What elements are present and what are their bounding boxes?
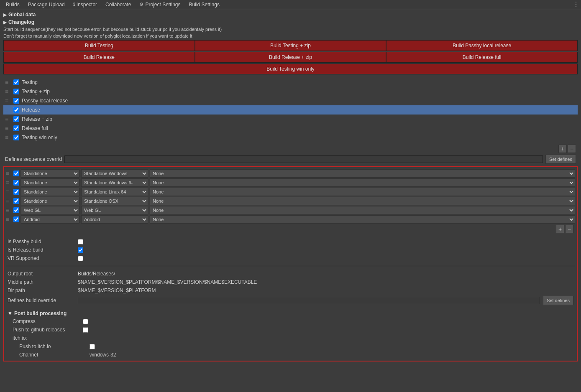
list-add-remove: + − <box>3 144 578 154</box>
target-row-2: ≡ Standalone Standalone Linux 64 None <box>6 187 575 196</box>
build-passby-btn[interactable]: Build Passby local release <box>386 40 578 51</box>
push-itchio-checkbox[interactable] <box>90 344 95 349</box>
target-none-2[interactable]: None <box>150 188 575 196</box>
target-platform-0[interactable]: Standalone Web GL Android <box>21 169 79 178</box>
target-checkbox-5[interactable] <box>13 216 19 222</box>
target-subtarget-5[interactable]: Android <box>81 215 148 224</box>
target-drag-0[interactable]: ≡ <box>6 170 12 177</box>
label-release-build: Is Release build <box>8 247 74 253</box>
checkbox-release[interactable] <box>13 107 19 113</box>
list-item-passby: ≡ Passby local release <box>3 96 578 105</box>
target-row-4: ≡ Web GL Web GL None <box>6 206 575 215</box>
list-item-testing-zip: ≡ Testing + zip <box>3 87 578 96</box>
target-subtarget-2[interactable]: Standalone Linux 64 <box>81 188 148 196</box>
target-platform-5[interactable]: Android <box>21 215 79 224</box>
checkbox-passby-build[interactable] <box>78 239 83 244</box>
output-root-label: Output root <box>8 271 74 277</box>
drag-handle-0[interactable]: ≡ <box>5 79 11 86</box>
build-testing-btn[interactable]: Build Testing <box>3 40 195 51</box>
build-buttons-row-1: Build Testing Build Testing + zip Build … <box>3 40 578 51</box>
target-drag-2[interactable]: ≡ <box>6 188 12 195</box>
prop-row-compress: Compress <box>6 317 575 326</box>
checkbox-passby[interactable] <box>13 98 19 104</box>
list-item-testing: ≡ Testing <box>3 78 578 87</box>
target-checkbox-1[interactable] <box>13 180 19 186</box>
target-checkbox-0[interactable] <box>13 171 19 176</box>
defines-row: Defines sequence overrid Set defines <box>3 154 578 165</box>
checkbox-release-build[interactable] <box>78 247 83 253</box>
target-checkbox-3[interactable] <box>13 198 19 204</box>
target-none-1[interactable]: None <box>150 178 575 187</box>
nav-builds[interactable]: Builds <box>2 1 24 8</box>
set-defines-btn-2[interactable]: Set defines <box>543 296 573 305</box>
info-text-2: Don't forget to manually download new ve… <box>3 33 578 39</box>
build-release-zip-btn[interactable]: Build Release + zip <box>195 52 386 63</box>
defines-build-override-input[interactable] <box>78 297 540 304</box>
build-release-full-btn[interactable]: Build Release full <box>386 52 578 63</box>
target-drag-5[interactable]: ≡ <box>6 216 12 223</box>
target-checkbox-4[interactable] <box>13 207 19 213</box>
drag-handle-4[interactable]: ≡ <box>5 116 11 122</box>
remove-target-btn[interactable]: − <box>565 225 573 233</box>
nav-project-settings[interactable]: ⚙ Project Settings <box>135 1 184 8</box>
checkbox-testing-win[interactable] <box>13 135 19 140</box>
target-drag-3[interactable]: ≡ <box>6 198 12 204</box>
target-platform-2[interactable]: Standalone <box>21 188 79 196</box>
build-release-btn[interactable]: Build Release <box>3 52 195 63</box>
checkbox-release-full[interactable] <box>13 125 19 131</box>
nav-collaborate[interactable]: Collaborate <box>101 1 135 8</box>
target-platform-4[interactable]: Web GL <box>21 206 79 214</box>
target-row-0: ≡ Standalone Web GL Android Standalone W… <box>6 169 575 178</box>
target-subtarget-3[interactable]: Standalone OSX <box>81 197 148 205</box>
target-subtarget-4[interactable]: Web GL <box>81 206 148 214</box>
target-drag-4[interactable]: ≡ <box>6 207 12 214</box>
remove-list-item-btn[interactable]: − <box>568 145 576 153</box>
target-subtarget-0[interactable]: Standalone Windows Standalone Windows 6-… <box>81 169 148 178</box>
build-testing-zip-btn[interactable]: Build Testing + zip <box>195 40 386 51</box>
add-target-btn[interactable]: + <box>556 225 564 233</box>
post-build-header[interactable]: ▼ Post build processing <box>6 310 575 317</box>
defines-input[interactable] <box>64 155 543 163</box>
push-github-checkbox[interactable] <box>83 327 88 333</box>
checkbox-vr-supported[interactable] <box>78 256 83 261</box>
target-platform-1[interactable]: Standalone <box>21 178 79 187</box>
post-build-label: Post build processing <box>14 311 67 316</box>
prop-row-middle-path: Middle path $NAME_$VERSION_$PLATFORM/$NA… <box>6 278 575 286</box>
label-passby: Passby local release <box>22 98 68 104</box>
nav-inspector[interactable]: ℹ Inspector <box>69 1 101 8</box>
target-platform-3[interactable]: Standalone <box>21 197 79 205</box>
target-none-0[interactable]: None <box>150 169 575 178</box>
checkbox-testing-zip[interactable] <box>13 89 19 94</box>
target-none-4[interactable]: None <box>150 206 575 214</box>
build-buttons-row-3: Build Testing win only <box>3 64 578 74</box>
checkbox-release-zip[interactable] <box>13 116 19 122</box>
build-testing-win-btn[interactable]: Build Testing win only <box>3 64 578 74</box>
red-section: ≡ Standalone Web GL Android Standalone W… <box>3 166 578 361</box>
target-drag-1[interactable]: ≡ <box>6 179 12 186</box>
nav-package-upload[interactable]: Package Upload <box>24 1 69 8</box>
drag-handle-5[interactable]: ≡ <box>5 125 11 132</box>
prop-row-output-root: Output root Builds/Releases/ <box>6 270 575 278</box>
drag-handle-3[interactable]: ≡ <box>5 107 11 113</box>
target-checkbox-2[interactable] <box>13 189 19 195</box>
nav-menu-icon[interactable]: ⋮ <box>573 0 579 8</box>
checkboxes-section: Is Passby build Is Release build VR Supp… <box>6 237 575 262</box>
drag-handle-2[interactable]: ≡ <box>5 97 11 104</box>
checkbox-testing[interactable] <box>13 79 19 85</box>
compress-checkbox[interactable] <box>83 319 88 324</box>
drag-handle-6[interactable]: ≡ <box>5 134 11 141</box>
middle-path-value: $NAME_$VERSION_$PLATFORM/$NAME_$VERSION/… <box>78 279 573 285</box>
prop-row-push-itchio: Push to itch.io <box>6 342 575 351</box>
set-defines-btn[interactable]: Set defines <box>545 155 576 164</box>
prop-row-dir-path: Dir path $NAME_$VERSION_$PLATFORM <box>6 286 575 295</box>
nav-build-settings[interactable]: Build Settings <box>185 1 224 8</box>
changelog-arrow: ▶ <box>3 20 7 25</box>
target-subtarget-1[interactable]: Standalone Windows 6- <box>81 178 148 187</box>
changelog-header[interactable]: ▶ Changelog <box>3 18 578 26</box>
output-root-value: Builds/Releases/ <box>78 271 573 277</box>
drag-handle-1[interactable]: ≡ <box>5 88 11 95</box>
target-none-3[interactable]: None <box>150 197 575 205</box>
target-none-5[interactable]: None <box>150 215 575 224</box>
global-data-header[interactable]: ▶ Global data <box>3 11 578 18</box>
add-list-item-btn[interactable]: + <box>558 145 567 153</box>
